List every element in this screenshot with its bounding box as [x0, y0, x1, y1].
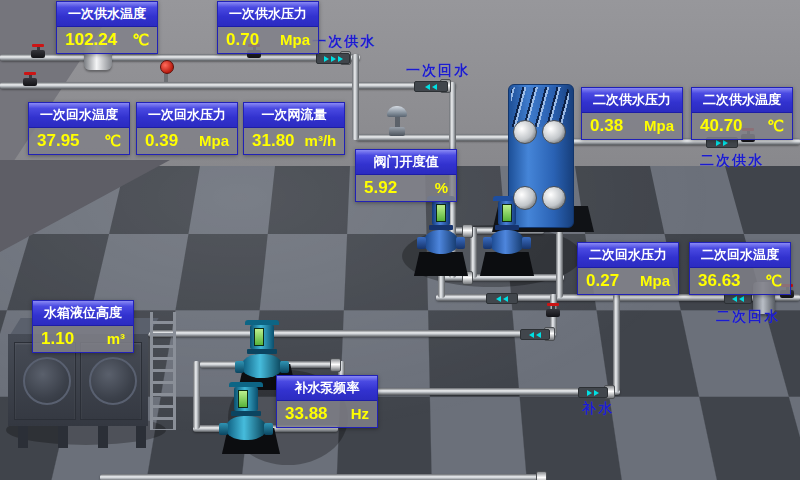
gauge-secondary-supply-temp[interactable]: 二次供水温度 40.70℃	[691, 87, 793, 140]
tank-leg	[98, 424, 108, 448]
gauge-title: 一次回水温度	[29, 103, 129, 128]
tank-panel	[14, 342, 76, 420]
gauge-value: 36.63℃	[690, 268, 790, 294]
gauge-value: 37.95℃	[29, 128, 129, 154]
gauge-value: 0.39Mpa	[137, 128, 237, 154]
flow-arrows-right-icon	[316, 53, 350, 64]
gauge-primary-supply-pressure[interactable]: 一次供水压力 0.70Mpa	[217, 1, 319, 54]
circulation-pump2-base	[480, 252, 534, 276]
gauge-title: 一次网流量	[244, 103, 344, 128]
pipe-flange	[536, 471, 547, 480]
gauge-secondary-supply-pressure[interactable]: 二次供水压力 0.38Mpa	[581, 87, 683, 140]
pipe-primary-return	[0, 82, 456, 89]
flow-arrows-left-icon	[520, 329, 550, 340]
pipe-primary-supply-drop	[352, 54, 359, 140]
tank-manhole	[89, 357, 137, 405]
gauge-title: 二次回水压力	[578, 243, 678, 268]
gauge-title: 二次供水压力	[582, 88, 682, 113]
tank-leg	[58, 424, 68, 448]
tank-ladder	[150, 312, 176, 430]
gauge-title: 补水泵频率	[277, 376, 377, 401]
pipe-flange	[330, 358, 341, 372]
pipe-tank-line	[148, 330, 556, 337]
shutoff-valve-primary-return[interactable]	[22, 72, 38, 88]
pipe-manifold-drop	[438, 274, 445, 298]
gauge-tank-level[interactable]: 水箱液位高度 1.10m³	[32, 300, 134, 353]
gauge-title: 一次供水温度	[57, 2, 157, 27]
gauge-value: 40.70℃	[692, 113, 792, 139]
gauge-valve-opening[interactable]: 阀门开度值 5.92%	[355, 149, 457, 202]
gauge-secondary-return-temp[interactable]: 二次回水温度 36.63℃	[689, 242, 791, 295]
gauge-title: 二次供水温度	[692, 88, 792, 113]
pump-status-indicator	[238, 390, 248, 408]
pipe-flange	[462, 224, 473, 238]
gauge-value: 1.10m³	[33, 326, 133, 352]
tank-leg	[18, 424, 28, 448]
circulation-pump-1[interactable]	[424, 196, 458, 254]
pump-status-indicator	[436, 204, 446, 222]
makeup-pump-2[interactable]	[226, 382, 266, 440]
hx-port-top-left	[513, 120, 537, 144]
gauge-secondary-return-pressure[interactable]: 二次回水压力 0.27Mpa	[577, 242, 679, 295]
circulation-pump1-base	[414, 252, 468, 276]
hmi-scada-screen: 一次供水 一次回水 二次供水 二次回水 补水 一次供水温度 102.24℃ 一次…	[0, 0, 800, 480]
hx-port-bottom-left	[513, 186, 537, 210]
gauge-primary-return-pressure[interactable]: 一次回水压力 0.39Mpa	[136, 102, 238, 155]
gauge-makeup-pump-freq[interactable]: 补水泵频率 33.88Hz	[276, 375, 378, 428]
pump-status-indicator	[502, 204, 512, 222]
gauge-value: 31.80m³/h	[244, 128, 344, 154]
pipe-pump-loop-left	[193, 361, 200, 429]
gauge-value: 33.88Hz	[277, 401, 377, 427]
tank-leg	[136, 424, 146, 448]
flow-arrows-left-icon	[414, 81, 448, 92]
pipe-tag-secondary-return: 二次回水	[716, 308, 780, 326]
gauge-value: 5.92%	[356, 175, 456, 201]
shutoff-valve-primary-supply[interactable]	[30, 44, 46, 60]
gauge-title: 阀门开度值	[356, 150, 456, 175]
pump-status-indicator	[254, 328, 264, 346]
pipe-makeup-riser	[613, 294, 620, 392]
electric-control-valve[interactable]	[386, 106, 408, 136]
gauge-value: 102.24℃	[57, 27, 157, 53]
pipe-bottom-line	[100, 474, 545, 480]
pipe-tag-makeup-water: 补水	[582, 400, 614, 418]
shutoff-valve-tank-connector[interactable]	[545, 303, 561, 319]
tank-panel	[80, 342, 142, 420]
gauge-title: 一次供水压力	[218, 2, 318, 27]
pipe-primary-supply	[0, 54, 360, 61]
pipe-tag-secondary-supply: 二次供水	[700, 152, 764, 170]
gauge-value: 0.27Mpa	[578, 268, 678, 294]
pipe-tag-primary-supply: 一次供水	[312, 33, 376, 51]
gauge-title: 水箱液位高度	[33, 301, 133, 326]
gauge-primary-flow[interactable]: 一次网流量 31.80m³/h	[243, 102, 345, 155]
flow-arrows-left-icon	[486, 293, 518, 304]
pipe-tag-primary-return: 一次回水	[406, 62, 470, 80]
makeup-pump-1[interactable]	[242, 320, 282, 378]
gauge-primary-supply-temp[interactable]: 一次供水温度 102.24℃	[56, 1, 158, 54]
tank-manhole	[23, 357, 71, 405]
gauge-value: 0.38Mpa	[582, 113, 682, 139]
flow-arrows-right-icon	[578, 387, 608, 398]
pressure-gauge-icon	[160, 60, 172, 82]
hx-port-bottom-right	[542, 186, 566, 210]
gauge-primary-return-temp[interactable]: 一次回水温度 37.95℃	[28, 102, 130, 155]
gauge-value: 0.70Mpa	[218, 27, 318, 53]
gauge-title: 一次回水压力	[137, 103, 237, 128]
hx-port-top-right	[542, 120, 566, 144]
gauge-title: 二次回水温度	[690, 243, 790, 268]
